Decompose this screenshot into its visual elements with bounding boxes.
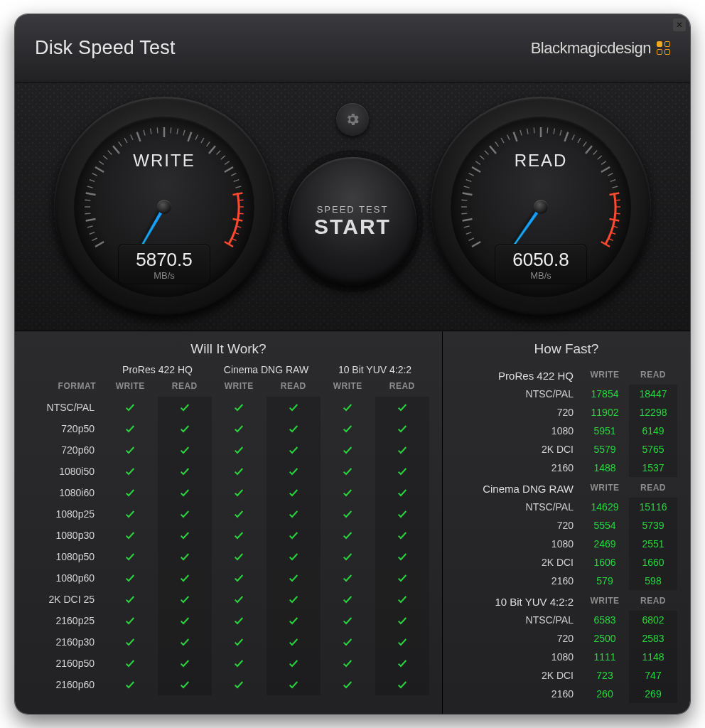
- svg-line-29: [195, 134, 198, 139]
- svg-line-71: [527, 129, 528, 134]
- check-icon: [233, 402, 244, 413]
- svg-line-7: [85, 200, 90, 200]
- format-label: 1080i50: [28, 461, 103, 482]
- read-fps: 1148: [629, 648, 677, 666]
- compat-cell: [158, 525, 212, 546]
- check-icon: [342, 508, 353, 520]
- start-button[interactable]: SPEED TEST START: [289, 157, 416, 285]
- compat-cell: [321, 589, 375, 610]
- read-gauge: READ 6050.8 MB/s: [431, 97, 651, 317]
- check-icon: [288, 615, 299, 626]
- write-fps: 260: [581, 685, 629, 703]
- compat-cell: [103, 546, 158, 567]
- check-icon: [397, 572, 408, 584]
- compat-cell: [267, 439, 321, 461]
- header-bar: Disk Speed Test Blackmagicdesign: [15, 14, 690, 82]
- svg-line-52: [464, 226, 470, 228]
- svg-line-60: [468, 173, 473, 176]
- compat-cell: [158, 653, 212, 674]
- compat-cell: [375, 461, 430, 482]
- compat-cell: [212, 653, 267, 674]
- check-icon: [233, 594, 244, 605]
- svg-line-28: [188, 132, 192, 141]
- svg-line-79: [578, 138, 581, 143]
- format-header: FORMAT: [28, 378, 103, 397]
- check-icon: [288, 402, 299, 413]
- compat-cell: [158, 631, 212, 653]
- write-fps: 11902: [581, 403, 629, 422]
- compat-cell: [267, 631, 321, 653]
- svg-line-20: [137, 132, 141, 141]
- svg-line-10: [90, 180, 95, 182]
- settings-button[interactable]: [336, 103, 369, 136]
- check-icon: [288, 466, 299, 477]
- check-icon: [342, 572, 353, 584]
- compat-cell: [267, 482, 321, 503]
- write-fps: 5554: [581, 516, 629, 535]
- compat-cell: [158, 567, 212, 589]
- compat-cell: [321, 482, 375, 503]
- compat-cell: [103, 503, 158, 525]
- brand-dots-icon: [657, 41, 670, 55]
- compat-cell: [103, 567, 158, 589]
- read-fps: 12298: [629, 403, 677, 422]
- compat-cell: [103, 674, 158, 695]
- check-icon: [124, 466, 136, 477]
- close-button[interactable]: ✕: [673, 18, 686, 31]
- sub-header: READ: [629, 364, 677, 385]
- check-icon: [397, 466, 408, 477]
- write-fps: 5951: [581, 422, 629, 440]
- compat-cell: [321, 653, 375, 674]
- check-icon: [233, 615, 244, 626]
- compat-cell: [212, 546, 267, 567]
- compat-cell: [267, 397, 321, 418]
- sub-header: WRITE: [581, 590, 629, 611]
- check-icon: [288, 679, 299, 690]
- compat-cell: [321, 567, 375, 589]
- svg-line-22: [151, 129, 151, 134]
- will-it-work-title: Will It Work?: [15, 331, 442, 364]
- svg-line-54: [461, 213, 467, 214]
- compat-cell: [158, 482, 212, 503]
- compat-cell: [321, 610, 375, 631]
- codec-name: Cinema DNG RAW: [448, 477, 581, 498]
- svg-line-3: [87, 226, 93, 228]
- format-label: 720p60: [28, 439, 103, 461]
- read-gauge-label: READ: [431, 151, 651, 171]
- compat-cell: [375, 439, 430, 461]
- check-icon: [342, 636, 353, 648]
- format-label: NTSC/PAL: [448, 611, 581, 629]
- compat-cell: [375, 482, 430, 503]
- format-label: 1080: [448, 535, 581, 553]
- format-label: 1080p60: [28, 567, 103, 589]
- compat-cell: [212, 418, 267, 439]
- check-icon: [179, 658, 190, 669]
- check-icon: [124, 551, 136, 562]
- brand-text: Blackmagicdesign: [531, 39, 651, 58]
- write-fps: 6583: [581, 611, 629, 629]
- format-label: NTSC/PAL: [28, 397, 103, 418]
- write-fps: 1606: [581, 553, 629, 572]
- read-fps: 2551: [629, 535, 677, 553]
- svg-line-0: [95, 242, 104, 247]
- check-icon: [179, 551, 190, 562]
- write-unit: MB/s: [119, 270, 210, 281]
- check-icon: [397, 487, 408, 498]
- check-icon: [342, 551, 353, 562]
- svg-line-87: [610, 180, 616, 182]
- sub-header: WRITE: [581, 477, 629, 498]
- format-label: 720: [448, 516, 581, 535]
- svg-line-77: [565, 132, 569, 141]
- compat-cell: [375, 397, 430, 418]
- check-icon: [397, 402, 408, 413]
- svg-line-31: [207, 141, 210, 146]
- compat-cell: [321, 546, 375, 567]
- check-icon: [233, 572, 244, 584]
- svg-line-37: [231, 173, 236, 176]
- check-icon: [397, 636, 408, 648]
- check-icon: [124, 508, 136, 520]
- svg-line-69: [514, 132, 517, 141]
- compat-cell: [267, 418, 321, 439]
- compat-cell: [375, 631, 430, 653]
- check-icon: [179, 487, 190, 498]
